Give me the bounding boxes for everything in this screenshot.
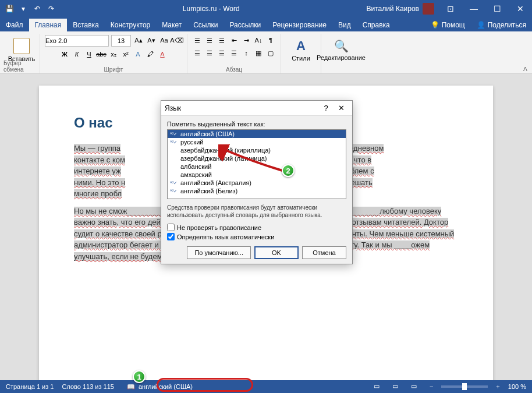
zoom-level[interactable]: 100 % <box>508 383 526 390</box>
grow-font-icon[interactable]: A▴ <box>133 35 144 45</box>
save-icon[interactable]: 💾 <box>3 3 15 15</box>
list-item[interactable]: албанский <box>168 162 346 171</box>
group-paragraph: ☰ ☰ ☰ ⇤ ⇥ A↓ ¶ ☰ ☰ ☰ ☰ ↕ ▦ ▢ Абзац <box>187 34 281 73</box>
underline-icon[interactable]: Ч <box>84 49 94 59</box>
status-page[interactable]: Страница 1 из 1 <box>6 383 54 390</box>
font-size-select[interactable] <box>111 35 131 47</box>
zoom-slider[interactable] <box>441 385 488 388</box>
decrease-indent-icon[interactable]: ⇤ <box>229 35 239 45</box>
tab-review[interactable]: Рецензирование <box>267 19 332 31</box>
italic-icon[interactable]: К <box>72 49 82 59</box>
dialog-info: Средства проверки правописания будут авт… <box>167 204 346 219</box>
list-item[interactable]: азербайджанский (кириллица) <box>168 146 346 154</box>
list-item[interactable]: ᴬᴮ✓английский (Австралия) <box>168 179 346 187</box>
tab-references[interactable]: Ссылки <box>187 19 224 31</box>
tell-me[interactable]: 💡Помощ <box>425 19 471 31</box>
book-icon: 📖 <box>127 383 135 391</box>
sort-icon[interactable]: A↓ <box>253 35 264 45</box>
language-dialog: Язык ? ✕ Пометить выделенный текст как: … <box>161 100 353 264</box>
tab-view[interactable]: Вид <box>332 19 357 31</box>
group-label-paragraph: Абзац <box>226 66 242 73</box>
tab-design[interactable]: Конструктор <box>105 19 156 31</box>
tab-home[interactable]: Главная <box>29 19 68 31</box>
clear-format-icon[interactable]: A⌫ <box>172 35 182 45</box>
dialog-titlebar[interactable]: Язык ? ✕ <box>161 101 352 116</box>
styles-button[interactable]: A Стили <box>286 35 316 65</box>
ribbon-options-icon[interactable]: ⊡ <box>439 0 462 17</box>
list-item[interactable]: ᴬᴮ✓английский (США) <box>168 130 346 138</box>
borders-icon[interactable]: ▢ <box>265 48 276 58</box>
tab-help[interactable]: Справка <box>357 19 396 31</box>
increase-indent-icon[interactable]: ⇥ <box>241 35 251 45</box>
text-effects-icon[interactable]: A <box>133 49 143 59</box>
align-left-icon[interactable]: ☰ <box>192 48 203 58</box>
read-mode-icon[interactable]: ▭ <box>374 383 384 391</box>
font-color-icon[interactable]: A <box>157 49 168 59</box>
subscript-icon[interactable]: x₂ <box>108 49 119 59</box>
titlebar: 💾 ▾ ↶ ↷ Lumpics.ru - Word Виталий Каиров… <box>0 0 532 17</box>
dialog-title: Язык <box>165 104 318 112</box>
avatar <box>423 3 434 15</box>
close-icon[interactable]: ✕ <box>509 0 532 17</box>
list-item[interactable]: ᴬᴮ✓английский (Белиз) <box>168 187 346 195</box>
ribbon: Вставить Буфер обмена A▴ A▾ Aa A⌫ Ж К Ч … <box>0 31 532 74</box>
minimize-icon[interactable]: — <box>462 0 485 17</box>
help-icon[interactable]: ? <box>318 101 334 116</box>
checkbox-no-spellcheck[interactable]: Не проверять правописание <box>167 224 346 231</box>
window-title: Lumpics.ru - Word <box>61 5 361 13</box>
redo-icon[interactable]: ↷ <box>45 3 57 15</box>
list-item[interactable]: амхарский <box>168 171 346 179</box>
cancel-button[interactable]: Отмена <box>302 246 346 259</box>
dialog-close-icon[interactable]: ✕ <box>334 101 349 116</box>
bulb-icon: 💡 <box>431 21 439 29</box>
quick-access-toolbar: 💾 ▾ ↶ ↷ <box>0 3 61 15</box>
group-font: A▴ A▾ Aa A⌫ Ж К Ч abc x₂ x² A 🖍 A Шрифт <box>40 34 187 73</box>
undo-icon[interactable]: ↶ <box>31 3 43 15</box>
ok-button[interactable]: OK <box>254 246 299 259</box>
maximize-icon[interactable]: ☐ <box>485 0 509 17</box>
list-item[interactable]: ᴬᴮ✓русский <box>168 138 346 146</box>
strike-icon[interactable]: abc <box>96 49 107 59</box>
collapse-ribbon-icon[interactable]: ᐱ <box>523 66 527 72</box>
list-item[interactable]: азербайджанский (латиница) <box>168 154 346 162</box>
editing-button[interactable]: 🔍 Редактирование <box>326 35 356 65</box>
bullets-icon[interactable]: ☰ <box>192 35 203 45</box>
zoom-in-icon[interactable]: + <box>496 383 499 390</box>
clipboard-icon <box>13 38 30 54</box>
tab-insert[interactable]: Вставка <box>67 19 105 31</box>
superscript-icon[interactable]: x² <box>120 49 131 59</box>
quick-access-icon[interactable]: ▾ <box>17 3 29 15</box>
justify-icon[interactable]: ☰ <box>229 48 239 58</box>
user-name: Виталий Каиров <box>366 5 419 13</box>
group-styles: A Стили <box>281 34 321 73</box>
bold-icon[interactable]: Ж <box>59 49 70 59</box>
tab-layout[interactable]: Макет <box>156 19 187 31</box>
print-layout-icon[interactable]: ▭ <box>392 383 403 391</box>
line-spacing-icon[interactable]: ↕ <box>241 48 251 58</box>
status-language[interactable]: 📖 английский (США) <box>122 382 197 392</box>
highlight-icon[interactable]: 🖍 <box>145 49 155 59</box>
user-area[interactable]: Виталий Каиров <box>361 3 439 15</box>
showhide-icon[interactable]: ¶ <box>265 35 276 45</box>
align-center-icon[interactable]: ☰ <box>204 48 215 58</box>
statusbar: Страница 1 из 1 Слово 113 из 115 📖 англи… <box>0 380 532 393</box>
web-layout-icon[interactable]: ▭ <box>411 383 421 391</box>
numbering-icon[interactable]: ☰ <box>204 35 215 45</box>
share-button[interactable]: 👤Поделиться <box>471 19 532 31</box>
align-right-icon[interactable]: ☰ <box>217 48 227 58</box>
ribbon-tabs: Файл Главная Вставка Конструктор Макет С… <box>0 17 532 31</box>
language-listbox[interactable]: ᴬᴮ✓английский (США) ᴬᴮ✓русский азербайдж… <box>167 129 346 199</box>
tab-mailings[interactable]: Рассылки <box>224 19 267 31</box>
status-words[interactable]: Слово 113 из 115 <box>62 383 114 390</box>
zoom-out-icon[interactable]: − <box>430 383 433 390</box>
group-clipboard: Вставить Буфер обмена <box>3 34 40 73</box>
default-button[interactable]: По умолчанию... <box>187 246 251 259</box>
multilevel-icon[interactable]: ☰ <box>217 35 227 45</box>
checkbox-autodetect[interactable]: Определять язык автоматически <box>167 233 346 240</box>
font-name-select[interactable] <box>45 35 109 47</box>
share-icon: 👤 <box>477 21 485 29</box>
change-case-icon[interactable]: Aa <box>159 35 169 45</box>
shrink-font-icon[interactable]: A▾ <box>146 35 157 45</box>
tab-file[interactable]: Файл <box>0 19 29 31</box>
shading-icon[interactable]: ▦ <box>253 48 264 58</box>
